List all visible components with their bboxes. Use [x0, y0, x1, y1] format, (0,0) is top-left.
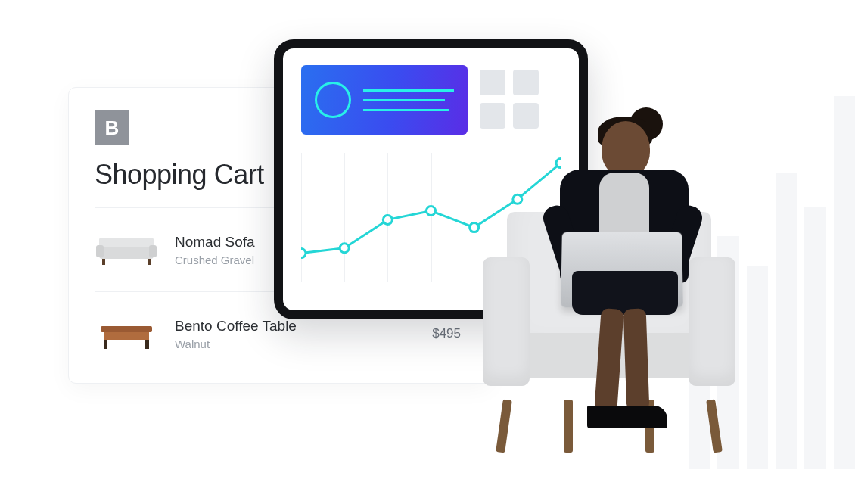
svg-point-12: [383, 215, 392, 224]
item-meta: Bento Coffee Table Walnut: [175, 318, 432, 350]
person-on-chair-illustration: [454, 114, 764, 484]
product-thumbnail-table: [95, 310, 158, 357]
svg-rect-5: [148, 259, 151, 265]
svg-rect-2: [96, 245, 104, 257]
item-variant: Walnut: [175, 338, 432, 350]
svg-rect-3: [149, 245, 157, 257]
svg-point-11: [340, 244, 349, 253]
app-tile-icon[interactable]: [513, 70, 539, 95]
metric-circle-icon: [315, 82, 351, 118]
app-tile-icon[interactable]: [480, 70, 505, 95]
product-thumbnail-sofa: [95, 226, 158, 273]
item-name: Bento Coffee Table: [175, 318, 432, 334]
svg-point-13: [427, 207, 436, 216]
svg-rect-1: [99, 238, 154, 247]
brand-logo-icon: B: [95, 110, 129, 145]
svg-rect-6: [101, 326, 152, 332]
svg-rect-4: [102, 259, 105, 265]
svg-rect-8: [104, 340, 107, 349]
svg-rect-7: [104, 332, 149, 340]
svg-point-10: [301, 249, 306, 258]
brand-logo-letter: B: [105, 117, 120, 140]
metric-lines-placeholder: [363, 89, 454, 111]
dashboard-metric-card[interactable]: [301, 65, 468, 135]
svg-rect-9: [145, 340, 149, 349]
